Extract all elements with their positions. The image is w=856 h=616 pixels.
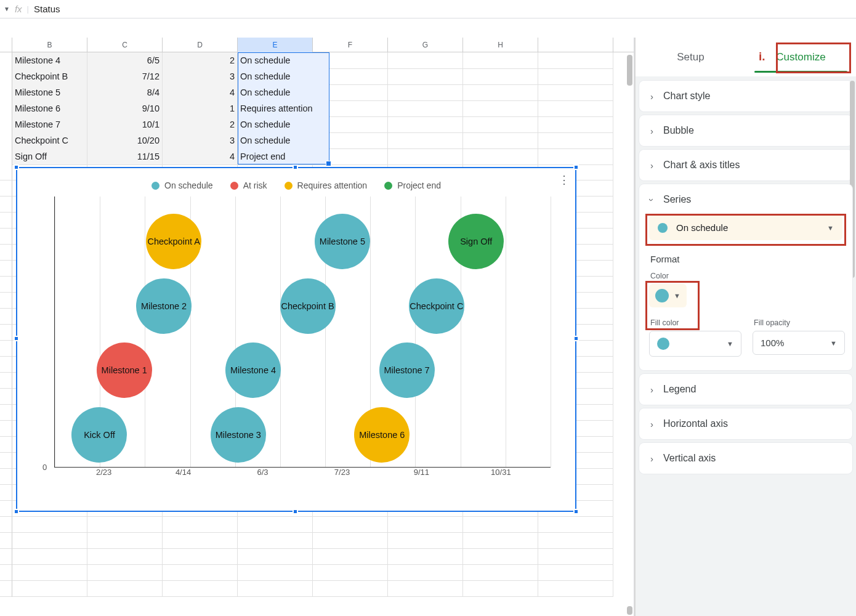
cell[interactable]: [463, 52, 538, 69]
cell[interactable]: [87, 533, 163, 549]
cell[interactable]: [12, 533, 87, 549]
chart-bubble[interactable]: Kick Off: [71, 407, 127, 463]
cell[interactable]: [463, 84, 538, 101]
cell[interactable]: [12, 517, 87, 533]
column-header[interactable]: D: [163, 38, 238, 52]
cell[interactable]: [238, 581, 313, 597]
cell[interactable]: [463, 116, 538, 133]
cell[interactable]: 3: [163, 68, 238, 85]
resize-handle[interactable]: [14, 336, 19, 341]
cell[interactable]: Checkpoint B: [12, 68, 87, 85]
cell[interactable]: [87, 517, 163, 533]
cell[interactable]: [538, 148, 613, 165]
cell[interactable]: [163, 581, 238, 597]
cell[interactable]: [163, 517, 238, 533]
resize-handle[interactable]: [293, 509, 298, 514]
name-box-dropdown-icon[interactable]: ▼: [4, 6, 10, 12]
cell[interactable]: [313, 84, 388, 101]
legend-item[interactable]: Requires attention: [285, 180, 368, 190]
fill-opacity-dropdown[interactable]: 100% ▼: [753, 331, 845, 355]
legend-item[interactable]: On schedule: [151, 180, 213, 190]
column-header[interactable]: F: [313, 38, 388, 52]
cell[interactable]: 7/12: [87, 68, 163, 85]
cell[interactable]: 10/1: [87, 116, 163, 133]
chart-bubble[interactable]: Milestone 2: [136, 278, 192, 334]
cell[interactable]: [538, 68, 613, 85]
cell[interactable]: 8/4: [87, 84, 163, 101]
cell[interactable]: [538, 549, 613, 565]
cell[interactable]: Milestone 5: [12, 84, 87, 101]
cell[interactable]: [313, 533, 388, 549]
cell[interactable]: [388, 52, 463, 69]
cell[interactable]: [463, 132, 538, 149]
cell[interactable]: Milestone 4: [12, 52, 87, 69]
cell[interactable]: 2: [163, 52, 238, 69]
column-header[interactable]: C: [87, 38, 163, 52]
chart-bubble[interactable]: Sign Off: [448, 214, 504, 269]
column-header[interactable]: [0, 38, 12, 52]
column-header[interactable]: E: [238, 38, 313, 52]
cell[interactable]: 9/10: [87, 100, 163, 117]
cell[interactable]: [538, 581, 613, 597]
cell[interactable]: [388, 565, 463, 581]
cell[interactable]: [313, 549, 388, 565]
tab-setup[interactable]: Setup: [636, 38, 746, 76]
cell[interactable]: [538, 116, 613, 133]
cell[interactable]: [313, 52, 388, 69]
chart-bubble[interactable]: Milestone 3: [211, 407, 266, 463]
chart-more-icon[interactable]: ⋮: [559, 173, 569, 187]
cell[interactable]: [238, 533, 313, 549]
section-bubble[interactable]: ›Bubble: [639, 115, 852, 146]
cell[interactable]: [388, 533, 463, 549]
cell[interactable]: [87, 549, 163, 565]
fill-color-dropdown[interactable]: ▼: [649, 331, 741, 357]
cell[interactable]: [538, 565, 613, 581]
cell[interactable]: [463, 148, 538, 165]
cell[interactable]: [463, 100, 538, 117]
cell[interactable]: [463, 533, 538, 549]
chart-bubble[interactable]: Checkpoint C: [409, 278, 464, 334]
cell[interactable]: [538, 533, 613, 549]
chart-bubble[interactable]: Milestone 5: [315, 214, 370, 269]
chart-bubble[interactable]: Milestone 6: [354, 407, 410, 463]
cell[interactable]: [388, 100, 463, 117]
legend-item[interactable]: At risk: [230, 180, 267, 190]
resize-handle[interactable]: [14, 509, 19, 514]
cell[interactable]: 4: [163, 84, 238, 101]
cell[interactable]: [163, 549, 238, 565]
resize-handle[interactable]: [573, 164, 579, 170]
section-legend[interactable]: ›Legend: [639, 374, 852, 405]
cell[interactable]: [463, 581, 538, 597]
cell[interactable]: [388, 148, 463, 165]
cell[interactable]: 2: [163, 116, 238, 133]
column-header[interactable]: H: [463, 38, 538, 52]
cell[interactable]: [538, 517, 613, 533]
section-series-header[interactable]: › Series: [639, 184, 852, 215]
cell[interactable]: [238, 549, 313, 565]
cell[interactable]: [163, 565, 238, 581]
cell[interactable]: [538, 84, 613, 101]
legend-item[interactable]: Project end: [384, 180, 441, 190]
cell[interactable]: [388, 68, 463, 85]
cell[interactable]: [388, 84, 463, 101]
chart-bubble[interactable]: Milestone 1: [97, 342, 152, 398]
cell[interactable]: [313, 116, 388, 133]
resize-handle[interactable]: [573, 509, 579, 514]
cell[interactable]: 3: [163, 132, 238, 149]
chart-bubble[interactable]: Milestone 7: [379, 342, 435, 398]
column-header[interactable]: [538, 38, 613, 52]
resize-handle[interactable]: [573, 336, 579, 341]
cell[interactable]: [388, 116, 463, 133]
cell[interactable]: [313, 148, 388, 165]
resize-handle[interactable]: [293, 164, 298, 170]
cell[interactable]: [388, 581, 463, 597]
cell[interactable]: [313, 132, 388, 149]
cell[interactable]: [388, 132, 463, 149]
cell[interactable]: [538, 100, 613, 117]
cell[interactable]: 1: [163, 100, 238, 117]
cell[interactable]: 11/15: [87, 148, 163, 165]
section-horizontal-axis[interactable]: ›Horizontal axis: [639, 408, 852, 439]
cell[interactable]: [463, 565, 538, 581]
cell[interactable]: [538, 132, 613, 149]
cell[interactable]: Sign Off: [12, 148, 87, 165]
